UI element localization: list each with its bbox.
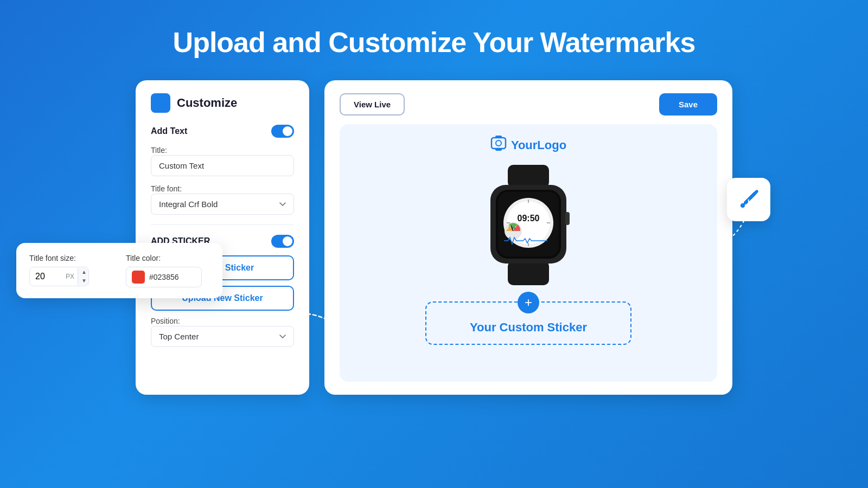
- font-size-col: Title font size: PX ▲ ▼: [29, 254, 113, 286]
- position-select[interactable]: Top Center: [151, 326, 294, 347]
- svg-rect-6: [508, 261, 549, 285]
- preview-area: YourLogo: [340, 124, 717, 382]
- customize-icon: [151, 93, 170, 113]
- font-size-label: Title font size:: [29, 254, 113, 262]
- plus-circle-icon: +: [518, 292, 539, 313]
- add-text-label: Add Text: [151, 126, 187, 136]
- font-select[interactable]: Integral Crf Bold: [151, 194, 294, 215]
- color-value-display: #023856: [149, 273, 179, 281]
- font-size-input[interactable]: [30, 267, 62, 286]
- logo-area: YourLogo: [490, 135, 566, 155]
- font-size-stepper: ▲ ▼: [78, 268, 89, 285]
- panel-title: Customize: [177, 96, 237, 110]
- font-size-input-wrap: PX ▲ ▼: [29, 267, 89, 286]
- svg-text:09:50: 09:50: [518, 214, 540, 223]
- dropper-icon: [737, 188, 761, 211]
- title-field-label: Title:: [151, 146, 167, 155]
- add-sticker-toggle[interactable]: [271, 235, 294, 248]
- panel-header: Customize: [151, 93, 294, 113]
- logo-text: YourLogo: [511, 138, 566, 152]
- main-area: Customize Add Text Title: Title font: In…: [136, 80, 732, 395]
- add-text-section-header: Add Text: [151, 125, 294, 138]
- px-label: PX: [62, 273, 78, 280]
- font-color-row: Title font size: PX ▲ ▼ Title color: #02…: [29, 254, 209, 287]
- svg-rect-2: [495, 136, 502, 138]
- save-button[interactable]: Save: [659, 93, 717, 115]
- watch-image: 09:50 20: [469, 160, 588, 291]
- title-input[interactable]: [151, 155, 294, 176]
- left-panel: Customize Add Text Title: Title font: In…: [136, 80, 309, 395]
- color-input-wrap[interactable]: #023856: [126, 267, 202, 287]
- page-title: Upload and Customize Your Watermarks: [173, 26, 695, 59]
- dropper-tool[interactable]: [727, 178, 770, 221]
- floating-font-color-panel: Title font size: PX ▲ ▼ Title color: #02…: [16, 243, 222, 298]
- color-col: Title color: #023856: [126, 254, 209, 287]
- right-top-bar: View Live Save: [340, 93, 717, 115]
- svg-rect-10: [565, 212, 570, 225]
- color-swatch: [132, 271, 145, 284]
- font-field-label: Title font:: [151, 184, 182, 193]
- view-live-button[interactable]: View Live: [340, 93, 405, 115]
- svg-rect-3: [495, 149, 502, 151]
- custom-sticker-zone[interactable]: + Your Custom Sticker: [425, 301, 631, 345]
- logo-icon: [490, 135, 507, 155]
- add-text-toggle[interactable]: [271, 125, 294, 138]
- divider-1: [151, 224, 294, 225]
- font-size-decrement[interactable]: ▼: [78, 277, 89, 285]
- svg-rect-5: [508, 165, 549, 188]
- position-label: Position:: [151, 317, 180, 325]
- svg-point-4: [496, 140, 501, 146]
- right-panel: View Live Save YourLogo: [324, 80, 732, 395]
- smartwatch-svg: 09:50 20: [469, 160, 588, 291]
- font-size-increment[interactable]: ▲: [78, 268, 89, 277]
- svg-rect-1: [492, 138, 506, 149]
- color-label: Title color:: [126, 254, 209, 262]
